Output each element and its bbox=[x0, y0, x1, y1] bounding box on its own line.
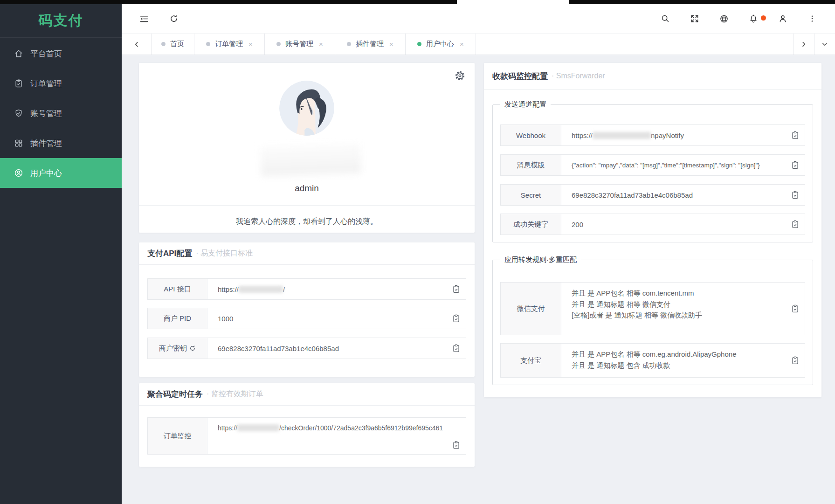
header-left-icons bbox=[139, 4, 179, 33]
field-label: 成功关键字 bbox=[501, 214, 561, 235]
pay-api-card-header: 支付API配置 · 易支付接口标准 bbox=[139, 242, 475, 265]
tab-close-icon[interactable]: × bbox=[460, 40, 464, 48]
card-title: 聚合码定时任务 bbox=[147, 389, 203, 400]
profile-username: admin bbox=[139, 183, 475, 193]
card-title: 收款码监控配置 bbox=[492, 71, 548, 82]
card-subtitle: · SmsForwarder bbox=[552, 72, 605, 80]
profile-divider bbox=[139, 205, 475, 206]
redacted-profile-text bbox=[260, 143, 361, 176]
success-keyword-value: 200 bbox=[561, 221, 805, 228]
tab-label: 用户中心 bbox=[426, 40, 454, 48]
message-template-row: 消息模版 {"action": "mpay","data": "[msg]","… bbox=[500, 154, 805, 176]
tab-accounts[interactable]: 账号管理× bbox=[265, 34, 335, 55]
profile-motto: 我追索人心的深度，却看到了人心的浅薄。 bbox=[139, 217, 475, 227]
sidebar-item-plugins[interactable]: 插件管理 bbox=[0, 128, 122, 158]
api-endpoint-value: https:/// bbox=[207, 285, 466, 293]
forward-rules-fieldset: 应用转发规则·多重匹配 微信支付 并且 是 APP包名 相等 com.tence… bbox=[492, 255, 813, 385]
copy-icon[interactable] bbox=[791, 304, 800, 313]
header-right-icons bbox=[661, 4, 817, 33]
screen-top-strip bbox=[0, 0, 835, 4]
sidebar-item-accounts[interactable]: 账号管理 bbox=[0, 98, 122, 128]
secret-row: Secret 69e828c3270fa11ad73ab1e4c06b85ad bbox=[500, 184, 805, 206]
profile-settings-gear-icon[interactable] bbox=[455, 70, 465, 81]
sidebar-item-platform-home[interactable]: 平台首页 bbox=[0, 39, 122, 69]
rule-line: 并且 是 通知标题 相等 微信支付 bbox=[572, 299, 786, 310]
redacted-url-segment bbox=[239, 286, 283, 293]
url-prefix: https:// bbox=[218, 424, 237, 432]
tab-orders[interactable]: 订单管理× bbox=[194, 34, 265, 55]
user-circle-icon bbox=[14, 168, 23, 178]
notification-bell-icon[interactable] bbox=[749, 14, 758, 23]
sidebar-item-orders[interactable]: 订单管理 bbox=[0, 69, 122, 98]
timer-card-header: 聚合码定时任务 · 监控有效期订单 bbox=[139, 383, 475, 406]
tab-close-icon[interactable]: × bbox=[248, 40, 253, 48]
shield-check-icon bbox=[14, 109, 23, 118]
tab-plugins[interactable]: 插件管理× bbox=[335, 34, 406, 55]
webhook-row: Webhook https://npayNotify bbox=[500, 124, 805, 146]
tabs-dropdown-icon[interactable] bbox=[814, 34, 835, 55]
url-suffix: /checkOrder/1000/72ad5a2c3f9a6b5f6912b99… bbox=[279, 424, 443, 432]
user-avatar-icon[interactable] bbox=[778, 14, 787, 23]
search-icon[interactable] bbox=[661, 14, 670, 23]
profile-card: admin 我追索人心的深度，却看到了人心的浅薄。 bbox=[139, 63, 475, 233]
rule-line: [空格]或者 是 通知标题 相等 微信收款助手 bbox=[572, 310, 786, 321]
sidebar-item-label: 平台首页 bbox=[30, 48, 62, 59]
wechat-pay-rule-row: 微信支付 并且 是 APP包名 相等 com.tencent.mm 并且 是 通… bbox=[500, 282, 805, 335]
merchant-key-value: 69e828c3270fa11ad73ab1e4c06b85ad bbox=[207, 345, 466, 352]
copy-icon[interactable] bbox=[791, 131, 800, 140]
tab-dot bbox=[276, 42, 281, 46]
field-label: 商户 PID bbox=[148, 308, 207, 329]
copy-icon[interactable] bbox=[791, 161, 800, 170]
copy-icon[interactable] bbox=[452, 441, 461, 449]
tabbar-spacer bbox=[476, 34, 793, 55]
tab-close-icon[interactable]: × bbox=[389, 40, 393, 48]
user-avatar[interactable] bbox=[279, 81, 334, 136]
copy-icon[interactable] bbox=[791, 220, 800, 229]
field-label: 消息模版 bbox=[501, 155, 561, 175]
redacted-url-segment bbox=[237, 424, 279, 431]
url-prefix: https:// bbox=[572, 131, 593, 139]
field-label: Webhook bbox=[501, 125, 561, 145]
send-channel-fieldset: 发送通道配置 Webhook https://npayNotify 消息模版 {… bbox=[492, 100, 813, 242]
fieldset-legend: 发送通道配置 bbox=[500, 100, 551, 109]
field-label: 订单监控 bbox=[148, 418, 207, 454]
success-keyword-row: 成功关键字 200 bbox=[500, 214, 805, 235]
url-suffix: / bbox=[283, 285, 285, 293]
tabs-scroll-right-icon[interactable] bbox=[793, 34, 814, 55]
card-subtitle: · 监控有效期订单 bbox=[207, 389, 263, 399]
tabs-scroll-left-icon[interactable] bbox=[122, 34, 152, 55]
copy-icon[interactable] bbox=[452, 285, 461, 294]
copy-icon[interactable] bbox=[452, 314, 461, 323]
wechat-rule-lines: 并且 是 APP包名 相等 com.tencent.mm 并且 是 通知标题 相… bbox=[561, 283, 805, 335]
grid-icon bbox=[14, 138, 23, 148]
kebab-menu-icon[interactable] bbox=[807, 14, 817, 23]
field-label: 微信支付 bbox=[501, 283, 561, 335]
merchant-pid-value: 1000 bbox=[207, 315, 466, 323]
tab-dot bbox=[347, 42, 351, 46]
copy-icon[interactable] bbox=[791, 356, 800, 365]
copy-icon[interactable] bbox=[791, 191, 800, 200]
qr-monitor-card: 收款码监控配置 · SmsForwarder 发送通道配置 Webhook ht… bbox=[484, 63, 821, 397]
sidebar-item-label: 账号管理 bbox=[30, 108, 62, 119]
secret-value: 69e828c3270fa11ad73ab1e4c06b85ad bbox=[561, 191, 805, 199]
regenerate-key-icon[interactable] bbox=[189, 345, 196, 352]
app-logo: 码支付 bbox=[0, 0, 122, 38]
pay-api-card: 支付API配置 · 易支付接口标准 API 接口 https:/// 商户 PI… bbox=[139, 242, 475, 377]
fieldset-legend: 应用转发规则·多重匹配 bbox=[500, 255, 581, 264]
refresh-icon[interactable] bbox=[169, 14, 179, 23]
sidebar-item-user-center[interactable]: 用户中心 bbox=[0, 158, 122, 188]
copy-icon[interactable] bbox=[452, 344, 461, 353]
tab-close-icon[interactable]: × bbox=[319, 40, 323, 48]
tab-home[interactable]: 首页 bbox=[152, 34, 194, 55]
globe-language-icon[interactable] bbox=[719, 14, 729, 23]
app-root: 码支付 平台首页 订单管理 账号管理 插件管理 用户中心 bbox=[0, 0, 835, 504]
fullscreen-icon[interactable] bbox=[690, 14, 699, 23]
order-monitor-row: 订单监控 https:///checkOrder/1000/72ad5a2c3f… bbox=[147, 417, 466, 455]
rule-line: 并且 是 APP包名 相等 com.tencent.mm bbox=[572, 288, 786, 299]
tab-user-center[interactable]: 用户中心× bbox=[406, 34, 476, 55]
webhook-value: https://npayNotify bbox=[561, 131, 805, 139]
collapse-sidebar-icon[interactable] bbox=[139, 14, 149, 23]
tab-label: 首页 bbox=[170, 40, 184, 48]
alipay-rule-row: 支付宝 并且 是 APP包名 相等 com.eg.android.AlipayG… bbox=[500, 343, 805, 378]
monitor-card-header: 收款码监控配置 · SmsForwarder bbox=[484, 63, 821, 90]
